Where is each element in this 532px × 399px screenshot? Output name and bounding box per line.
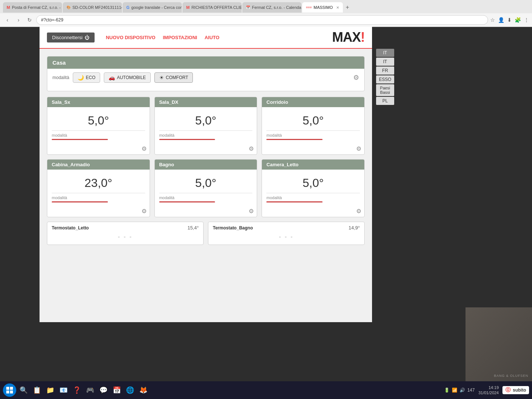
language-selector: IT IT FR ESSO PaesiBassi PL <box>376 49 394 105</box>
room-temp-sala-dx: 5,0° <box>159 114 253 127</box>
room-temp-cabina-armadio: 23,0° <box>52 176 145 190</box>
svg-rect-2 <box>6 391 9 393</box>
extension-icon[interactable]: 🧩 <box>515 17 521 23</box>
room-mode-bar-bagno <box>159 201 215 202</box>
disconnect-button[interactable]: Disconnettersi ⏻ <box>47 33 95 42</box>
room-header-bagno: Bagno <box>155 160 257 170</box>
room-body-sala-sx: 5,0° modalità <box>47 107 150 145</box>
room-footer-sala-sx: ⚙ <box>47 145 150 154</box>
room-mode-label-cabina-armadio: modalità <box>52 195 145 200</box>
taskbar-taskview-icon[interactable]: 📋 <box>31 384 43 396</box>
room-body-corridoio: 5,0° modalità <box>262 107 364 145</box>
lang-it[interactable]: IT <box>376 58 394 66</box>
bookmark-icon[interactable]: ☆ <box>490 17 495 23</box>
tab-posta[interactable]: M Posta di Fermat CZ, s.r.o. - RICI ✕ <box>3 2 62 13</box>
menu-icon[interactable]: ⋮ <box>524 17 529 23</box>
forward-button[interactable]: › <box>14 16 23 24</box>
reload-button[interactable]: ↻ <box>25 16 34 24</box>
bang-olufsen-label: BANG & OLUFSEN <box>494 374 528 378</box>
lang-it-top[interactable]: IT <box>376 49 394 57</box>
room-mode-bar-cabina-armadio <box>52 201 108 202</box>
room-temp-camera-letto: 5,0° <box>266 176 360 190</box>
taskbar-firefox-icon[interactable]: 🦊 <box>137 384 149 396</box>
room-mode-bar-sala-dx <box>159 139 215 140</box>
start-button[interactable] <box>3 383 16 397</box>
brand-logo: MAX! <box>332 30 365 45</box>
tab-google[interactable]: G google translate - Cerca con G ✕ <box>123 2 182 13</box>
taskbar-help-icon[interactable]: ❓ <box>71 384 83 396</box>
taskbar-game-icon[interactable]: 🎮 <box>84 384 96 396</box>
room-settings-icon-cabina-armadio[interactable]: ⚙ <box>141 208 147 215</box>
new-tab-button[interactable]: + <box>344 4 351 11</box>
room-settings-icon-corridoio[interactable]: ⚙ <box>356 145 361 152</box>
tab-favicon-calendario: 📅 <box>246 6 250 9</box>
thermostat-header-bagno: Termostato_Bagno 14,9° <box>213 225 360 231</box>
tab-close-massimo[interactable]: ✕ <box>336 6 339 10</box>
back-button[interactable]: ‹ <box>3 16 12 24</box>
rooms-grid: Sala_Sx 5,0° modalità ⚙ Sala_DX 5, <box>47 97 365 217</box>
casa-panel: Casa modalità 🌙 ECO 🚗 AUTOMOBILE ☀ COM <box>47 56 365 91</box>
room-settings-icon-sala-sx[interactable]: ⚙ <box>141 145 147 152</box>
room-settings-icon-sala-dx[interactable]: ⚙ <box>249 145 254 152</box>
tab-calendario[interactable]: 📅 Fermat CZ, s.r.o. - Calendario ✕ <box>242 2 301 13</box>
room-settings-icon-bagno[interactable]: ⚙ <box>249 208 254 215</box>
comfort-mode-button[interactable]: ☀ COMFORT <box>154 72 193 83</box>
tab-sdcolor[interactable]: 🎨 SD-COLOR MF24013111140 ✕ <box>63 2 122 13</box>
impostazioni-link[interactable]: IMPOSTAZIONI <box>163 35 197 40</box>
address-bar[interactable]: #?cto=-629 <box>36 15 488 25</box>
room-header-camera-letto: Camera_Letto <box>262 160 364 170</box>
room-header-corridoio: Corridoio <box>262 97 364 107</box>
tab-massimo[interactable]: ≡≡≡ MASSIMO ✕ <box>302 2 343 13</box>
tab-label-google: google translate - Cerca con G <box>132 5 182 10</box>
taskbar-search-icon[interactable]: 🔍 <box>18 384 30 396</box>
room-body-sala-dx: 5,0° modalità <box>155 107 257 145</box>
lang-esso[interactable]: ESSO <box>376 75 394 83</box>
room-mode-label-corridoio: modalità <box>266 133 360 137</box>
room-divider-bagno <box>159 193 253 193</box>
thermostat-header-letto: Termostato_Letto 15,4° <box>52 225 199 231</box>
battery-icon: 🔋 <box>444 388 450 393</box>
room-header-sala-dx: Sala_DX <box>155 97 257 107</box>
taskbar-browser-icon[interactable]: 🌐 <box>124 384 136 396</box>
aiuto-link[interactable]: AIUTO <box>205 35 219 40</box>
room-name-sala-sx: Sala_Sx <box>52 99 70 105</box>
lang-paesi-bassi[interactable]: PaesiBassi <box>376 84 394 96</box>
room-name-sala-dx: Sala_DX <box>159 99 178 105</box>
room-footer-sala-dx: ⚙ <box>155 145 257 154</box>
taskbar-calendar-icon[interactable]: 📅 <box>111 384 123 396</box>
taskbar-folder-icon[interactable]: 📁 <box>44 384 56 396</box>
eco-mode-button[interactable]: 🌙 ECO <box>73 72 100 83</box>
app-nav: Disconnettersi ⏻ NUOVO DISPOSITIVO IMPOS… <box>47 33 219 42</box>
room-temp-bagno: 5,0° <box>159 176 253 190</box>
disconnect-label: Disconnettersi <box>52 35 82 40</box>
automobile-mode-button[interactable]: 🚗 AUTOMOBILE <box>104 72 150 83</box>
taskbar-clock[interactable]: 14:19 31/01/2024 <box>478 385 499 396</box>
thermostat-card-letto: Termostato_Letto 15,4° - - - <box>47 222 204 245</box>
lang-fr[interactable]: FR <box>376 66 394 75</box>
taskbar-subito-widget[interactable]: ⓪ subito <box>502 386 529 394</box>
nuovo-dispositivo-link[interactable]: NUOVO DISPOSITIVO <box>106 35 155 40</box>
tab-label-posta: Posta di Fermat CZ, s.r.o. - RICI <box>12 5 62 10</box>
subito-logo-icon: ⓪ <box>505 387 511 393</box>
battery-level: 147 <box>467 388 475 393</box>
tab-favicon-massimo: ≡≡≡ <box>306 6 312 9</box>
tab-favicon-posta: M <box>7 5 10 10</box>
download-icon[interactable]: ⬇ <box>507 17 512 23</box>
room-footer-bagno: ⚙ <box>155 208 257 217</box>
mode-label: modalità <box>52 75 69 80</box>
tab-richiesta[interactable]: M RICHIESTA OFFERTA CLIENTE II ✕ <box>183 2 242 13</box>
room-mode-label-camera-letto: modalità <box>266 195 360 200</box>
room-temp-corridoio: 5,0° <box>266 114 360 127</box>
user-icon[interactable]: 👤 <box>498 17 504 23</box>
room-footer-camera-letto: ⚙ <box>262 208 364 217</box>
room-settings-icon-camera-letto[interactable]: ⚙ <box>356 208 361 215</box>
casa-settings-icon[interactable]: ⚙ <box>353 74 359 82</box>
taskbar-chat-icon[interactable]: 💬 <box>98 384 109 396</box>
clock-date: 31/01/2024 <box>478 390 499 395</box>
room-footer-corridoio: ⚙ <box>262 145 364 154</box>
thermostat-name-letto: Termostato_Letto <box>52 225 89 231</box>
taskbar-mail-icon[interactable]: 📧 <box>58 384 69 396</box>
room-mode-bar-sala-sx <box>52 139 108 140</box>
taskbar-right: 🔋 📶 🔊 147 14:19 31/01/2024 ⓪ subito <box>444 385 529 396</box>
lang-pl[interactable]: PL <box>376 97 394 105</box>
